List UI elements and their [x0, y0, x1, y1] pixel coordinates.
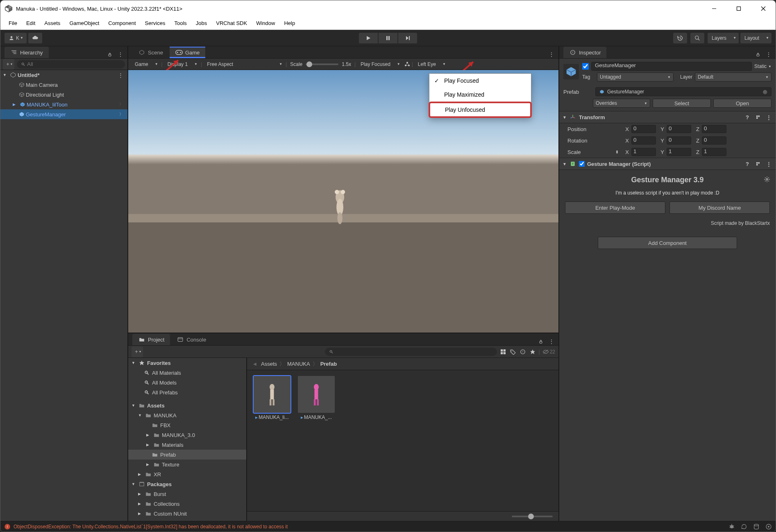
- hierarchy-item[interactable]: Directional Light: [0, 90, 127, 100]
- tree-folder[interactable]: FBX: [128, 420, 246, 430]
- tree-folder[interactable]: ▶Texture: [128, 460, 246, 469]
- preset-icon[interactable]: [754, 113, 762, 121]
- menu-vrchat-sdk[interactable]: VRChat SDK: [212, 18, 251, 28]
- play-button[interactable]: [359, 33, 378, 43]
- rot-z-field[interactable]: [702, 136, 726, 145]
- add-component-button[interactable]: Add Component: [598, 237, 737, 249]
- tree-assets-root[interactable]: ▼Assets: [128, 401, 246, 410]
- close-button[interactable]: [751, 0, 776, 17]
- inspector-lock-icon[interactable]: [754, 51, 762, 58]
- menu-window[interactable]: Window: [252, 18, 279, 28]
- tree-folder[interactable]: ▶XR: [128, 469, 246, 479]
- aspect-dropdown[interactable]: Free Aspect▼: [203, 60, 285, 69]
- pause-button[interactable]: [379, 33, 397, 43]
- hierarchy-item[interactable]: Main Camera: [0, 80, 127, 90]
- account-dropdown[interactable]: K ▼: [5, 33, 27, 43]
- project-context-button[interactable]: ⋮: [548, 338, 555, 345]
- menu-help[interactable]: Help: [280, 18, 299, 28]
- gesture-manager-header[interactable]: ▼ # Gesture Manager (Script) ?⋮: [559, 158, 776, 170]
- scl-z-field[interactable]: [702, 148, 726, 156]
- game-tab-context-button[interactable]: ⋮: [548, 51, 555, 58]
- scene-tab[interactable]: Scene: [132, 47, 169, 58]
- debugger-icon[interactable]: [728, 523, 735, 530]
- menu-component[interactable]: Component: [104, 18, 140, 28]
- eye-dropdown[interactable]: Left Eye▼: [414, 60, 448, 69]
- game-tab[interactable]: Game: [170, 47, 205, 58]
- tree-packages-root[interactable]: ▼Packages: [128, 479, 246, 489]
- pos-x-field[interactable]: [631, 125, 656, 133]
- tree-favorites[interactable]: ▼Favorites: [128, 358, 246, 368]
- project-tab[interactable]: Project: [132, 334, 170, 345]
- error-message[interactable]: ObjectDisposedException: The Unity.Colle…: [14, 524, 288, 530]
- discord-button[interactable]: My Discord Name: [669, 201, 770, 214]
- context-menu-icon[interactable]: ⋮: [765, 113, 772, 121]
- tree-folder[interactable]: ▶Materials: [128, 440, 246, 450]
- game-view-dropdown[interactable]: Game▼: [131, 60, 161, 69]
- play-mode-dropdown[interactable]: Play Focused▼: [356, 60, 403, 69]
- search-by-type-button[interactable]: [499, 348, 507, 355]
- gear-icon[interactable]: [763, 176, 771, 183]
- scale-slider[interactable]: [306, 63, 338, 65]
- scene-context-icon[interactable]: ⋮: [117, 71, 124, 79]
- breadcrumb-item[interactable]: MANUKA: [287, 361, 310, 367]
- component-enabled-checkbox[interactable]: [579, 161, 585, 167]
- scl-x-field[interactable]: [631, 148, 656, 156]
- prefab-select-button[interactable]: Select: [653, 99, 711, 108]
- back-icon[interactable]: ◄: [251, 360, 259, 368]
- help-icon[interactable]: ?: [744, 160, 751, 168]
- overrides-dropdown[interactable]: Overrides▼: [593, 99, 650, 108]
- hierarchy-create-button[interactable]: ＋▾: [3, 59, 14, 70]
- tree-folder[interactable]: ▶Burst: [128, 489, 246, 499]
- scale-link-icon[interactable]: [613, 148, 621, 156]
- asset-item[interactable]: ▸MANUKA_...: [297, 376, 336, 420]
- pos-z-field[interactable]: [702, 125, 726, 133]
- gizmos-icon[interactable]: [404, 61, 411, 68]
- minimize-button[interactable]: [702, 0, 726, 17]
- scl-y-field[interactable]: [667, 148, 691, 156]
- layer-dropdown[interactable]: Default▼: [695, 72, 771, 81]
- progress-icon[interactable]: [765, 523, 772, 530]
- cache-server-icon[interactable]: [753, 523, 760, 530]
- tree-fav-item[interactable]: 🔍︎All Materials: [128, 368, 246, 378]
- scene-root-row[interactable]: ▼ Untitled* ⋮: [0, 70, 127, 80]
- help-icon[interactable]: ?: [744, 113, 751, 121]
- tree-fav-item[interactable]: 🔍︎All Prefabs: [128, 387, 246, 397]
- breadcrumb-item[interactable]: Assets: [261, 361, 277, 367]
- menu-services[interactable]: Services: [141, 18, 170, 28]
- asset-item[interactable]: ▸MANUKA_li...: [253, 376, 291, 420]
- play-menu-item-highlighted[interactable]: Play Unfocused: [429, 102, 532, 118]
- layout-dropdown[interactable]: Layout▼: [740, 33, 771, 43]
- inspector-tab[interactable]: iInspector: [563, 47, 606, 58]
- play-menu-item[interactable]: Play Maximized: [429, 88, 531, 102]
- enter-play-button[interactable]: Enter Play-Mode: [565, 201, 665, 214]
- project-create-button[interactable]: ＋▾: [132, 346, 143, 357]
- global-search-button[interactable]: [690, 33, 704, 43]
- tree-fav-item[interactable]: 🔍︎All Models: [128, 378, 246, 387]
- hierarchy-search[interactable]: 🔍︎: [17, 60, 125, 68]
- cloud-button[interactable]: [28, 33, 42, 43]
- tree-folder[interactable]: ▶MANUKA_3.0: [128, 430, 246, 440]
- locate-icon[interactable]: ◎: [761, 88, 769, 95]
- save-search-button[interactable]: !: [519, 348, 526, 355]
- tag-dropdown[interactable]: Untagged▼: [597, 72, 674, 81]
- gameobject-name-field[interactable]: [591, 62, 752, 71]
- console-tab[interactable]: Console: [171, 334, 212, 345]
- menu-gameobject[interactable]: GameObject: [65, 18, 103, 28]
- prefab-asset-field[interactable]: GestureManager◎: [595, 87, 771, 96]
- play-menu-item[interactable]: Play Focused: [429, 74, 531, 88]
- rot-x-field[interactable]: [631, 136, 656, 145]
- preset-icon[interactable]: [754, 160, 762, 168]
- inspector-context-button[interactable]: ⋮: [765, 51, 772, 58]
- menu-jobs[interactable]: Jobs: [192, 18, 211, 28]
- transform-header[interactable]: ▼ Transform ?⋮: [559, 111, 776, 123]
- hidden-items-count[interactable]: 22: [542, 349, 555, 355]
- project-lock-icon[interactable]: [537, 338, 545, 345]
- undo-history-button[interactable]: [673, 33, 687, 43]
- thumbnail-size-slider[interactable]: [512, 516, 553, 517]
- layers-dropdown[interactable]: Layers▼: [708, 33, 739, 43]
- tree-folder[interactable]: ▼MANUKA: [128, 410, 246, 420]
- display-dropdown[interactable]: Display 1▼: [163, 60, 200, 69]
- step-button[interactable]: [398, 33, 417, 43]
- hierarchy-item-selected[interactable]: GestureManager〉: [0, 109, 127, 119]
- menu-assets[interactable]: Assets: [40, 18, 64, 28]
